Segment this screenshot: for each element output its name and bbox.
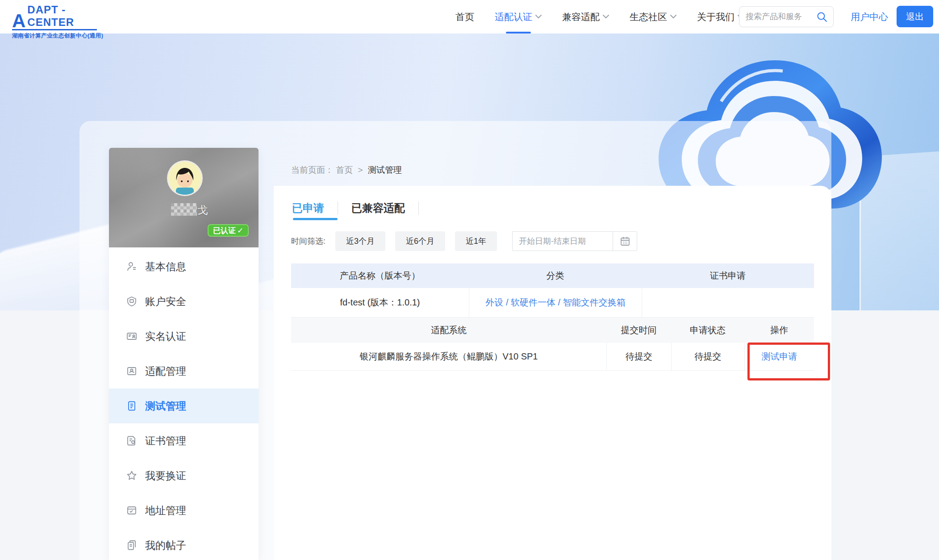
breadcrumb-prefix: 当前页面： <box>291 165 334 175</box>
nav-item-community[interactable]: 生态社区 <box>630 0 676 33</box>
search-input[interactable] <box>746 12 816 21</box>
sidebar-item-adapt-mgmt[interactable]: 适配管理 <box>109 354 259 389</box>
product-table-row: fd-test (版本：1.0.1) 外设 / 软硬件一体 / 智能文件交换箱 <box>291 288 814 318</box>
badge-card-icon <box>126 365 138 377</box>
sidebar-item-renew-cert[interactable]: 我要换证 <box>109 458 259 493</box>
breadcrumb-current: 测试管理 <box>368 165 402 175</box>
col-submit-time: 提交时间 <box>606 318 671 343</box>
nav-item-compat[interactable]: 兼容适配 <box>562 0 609 33</box>
user-center-link[interactable]: 用户中心 <box>851 11 888 23</box>
logo-tagline: 湖南省计算产业生态创新中心(通用) <box>12 32 115 40</box>
applications-table: 产品名称（版本号） 分类 证书申请 fd-test (版本：1.0.1) 外设 … <box>291 263 814 371</box>
system-table-header: 适配系统 提交时间 申请状态 操作 <box>291 318 814 343</box>
col-adapt-system: 适配系统 <box>291 318 606 343</box>
range-button-6m[interactable]: 近6个月 <box>395 231 445 251</box>
id-card-icon <box>126 330 138 342</box>
site-logo[interactable]: A DAPT - CENTER 湖南省计算产业生态创新中心(通用) <box>12 4 115 40</box>
action-cell: 测试申请 <box>744 343 814 370</box>
logout-button[interactable]: 退出 <box>897 6 933 27</box>
category-link[interactable]: 外设 / 软硬件一体 / 智能文件交换箱 <box>485 297 625 309</box>
col-action: 操作 <box>744 318 814 343</box>
logo-wordmark: DAPT - CENTER <box>27 4 97 29</box>
avatar <box>167 160 203 196</box>
nav-active-underline <box>506 32 531 33</box>
product-table-header: 产品名称（版本号） 分类 证书申请 <box>291 263 814 288</box>
search-box[interactable] <box>739 6 834 27</box>
tab-compatible[interactable]: 已兼容适配 <box>351 201 406 215</box>
col-apply-status: 申请状态 <box>671 318 744 343</box>
sidebar-item-account-security[interactable]: 账户安全 <box>109 284 259 319</box>
chevron-down-icon <box>535 15 542 19</box>
sidebar-item-real-name[interactable]: 实名认证 <box>109 319 259 354</box>
profile-card: 戈 已认证 ✓ <box>109 148 259 247</box>
breadcrumb: 当前页面： 首页 > 测试管理 <box>291 164 402 176</box>
calendar-icon[interactable] <box>613 231 637 251</box>
range-button-1y[interactable]: 近1年 <box>455 231 497 251</box>
date-range-input[interactable] <box>512 231 637 251</box>
sidebar: 戈 已认证 ✓ 基本信息 账户安全 <box>109 148 259 560</box>
tab-bar: 已申请 已兼容适配 <box>291 198 431 218</box>
search-icon[interactable] <box>816 11 828 23</box>
adapt-system-cell: 银河麒麟服务器操作系统（鲲鹏版）V10 SP1 <box>291 343 606 370</box>
breadcrumb-home-link[interactable]: 首页 <box>336 165 353 175</box>
sidebar-item-cert-mgmt[interactable]: 证书管理 <box>109 423 259 458</box>
col-category: 分类 <box>469 263 642 288</box>
time-filter-label: 时间筛选: <box>291 236 326 247</box>
user-icon <box>126 261 138 272</box>
certificate-icon <box>126 435 138 447</box>
breadcrumb-separator: > <box>358 165 363 175</box>
check-icon: ✓ <box>237 226 243 235</box>
sidebar-item-basic-info[interactable]: 基本信息 <box>109 249 259 284</box>
chevron-down-icon <box>603 15 609 19</box>
chevron-down-icon <box>670 15 676 19</box>
product-name-cell: fd-test (版本：1.0.1) <box>291 288 469 317</box>
date-range-field[interactable] <box>513 237 613 246</box>
time-filter: 时间筛选: 近3个月 近6个月 近1年 <box>291 231 637 251</box>
document-icon <box>126 400 138 412</box>
col-certificate: 证书申请 <box>642 263 814 288</box>
nav-item-about[interactable]: 关于我们 <box>697 0 744 33</box>
apply-status-cell: 待提交 <box>671 343 744 370</box>
nav-item-adapt-cert[interactable]: 适配认证 <box>495 0 542 33</box>
sidebar-item-test-mgmt[interactable]: 测试管理 <box>109 389 259 423</box>
top-header: A DAPT - CENTER 湖南省计算产业生态创新中心(通用) 首页 适配认… <box>0 0 939 33</box>
star-icon <box>126 470 138 481</box>
test-apply-link[interactable]: 测试申请 <box>762 351 797 363</box>
col-product-name: 产品名称（版本号） <box>291 263 469 288</box>
tab-applied[interactable]: 已申请 <box>291 201 325 215</box>
page: A DAPT - CENTER 湖南省计算产业生态创新中心(通用) 首页 适配认… <box>0 0 939 560</box>
logo-initial: A <box>12 13 25 29</box>
sidebar-item-my-posts[interactable]: 我的帖子 <box>109 528 259 560</box>
tab-divider <box>338 201 338 215</box>
range-button-3m[interactable]: 近3个月 <box>335 231 385 251</box>
system-table-row: 银河麒麟服务器操作系统（鲲鹏版）V10 SP1 待提交 待提交 测试申请 <box>291 343 814 371</box>
main-nav: 首页 适配认证 兼容适配 生态社区 <box>455 0 744 33</box>
submit-time-cell: 待提交 <box>606 343 671 370</box>
verified-badge: 已认证 ✓ <box>208 224 249 237</box>
category-cell: 外设 / 软硬件一体 / 智能文件交换箱 <box>469 288 642 317</box>
tab-active-underline <box>293 218 338 220</box>
tab-divider <box>418 201 419 215</box>
username-redacted <box>171 203 197 216</box>
sidebar-item-address-mgmt[interactable]: 地址管理 <box>109 493 259 528</box>
shield-icon <box>126 296 138 307</box>
nav-item-home[interactable]: 首页 <box>455 0 474 33</box>
sidebar-menu: 基本信息 账户安全 实名认证 适配管理 <box>109 249 259 560</box>
certificate-cell <box>642 288 814 317</box>
address-icon <box>126 505 138 516</box>
username-partial: 戈 <box>197 203 208 217</box>
posts-icon <box>126 539 138 551</box>
